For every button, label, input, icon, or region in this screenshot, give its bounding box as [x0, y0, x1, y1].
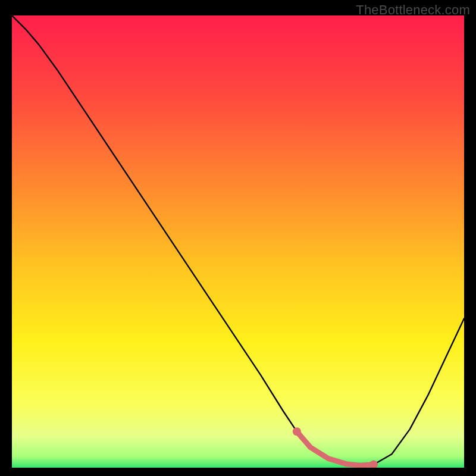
plot-area	[12, 15, 464, 468]
highlight-dot	[293, 427, 301, 436]
gradient-background	[12, 15, 464, 468]
chart-stage: TheBottleneck.com	[0, 0, 476, 476]
chart-svg	[12, 15, 464, 468]
